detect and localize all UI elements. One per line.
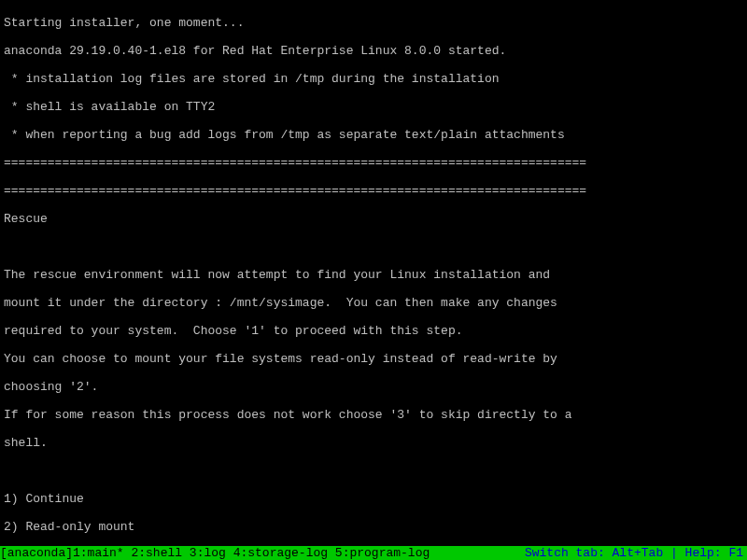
- rescue-text: If for some reason this process does not…: [4, 408, 743, 422]
- separator-line: ========================================…: [4, 156, 743, 170]
- rescue-text: shell.: [4, 436, 743, 450]
- terminal-output: Starting installer, one moment... anacon…: [0, 0, 747, 560]
- separator-line: ========================================…: [4, 184, 743, 198]
- menu-option-2[interactable]: 2) Read-only mount: [4, 520, 743, 534]
- rescue-text: choosing '2'.: [4, 380, 743, 394]
- status-tabs[interactable]: [anaconda]1:main* 2:shell 3:log 4:storag…: [0, 546, 430, 560]
- menu-option-1[interactable]: 1) Continue: [4, 492, 743, 506]
- boot-line: * when reporting a bug add logs from /tm…: [4, 128, 743, 142]
- rescue-text: You can choose to mount your file system…: [4, 352, 743, 366]
- rescue-text: required to your system. Choose '1' to p…: [4, 324, 743, 338]
- status-help: Switch tab: Alt+Tab | Help: F1: [525, 546, 747, 560]
- rescue-text: The rescue environment will now attempt …: [4, 268, 743, 282]
- boot-line: Starting installer, one moment...: [4, 16, 743, 30]
- boot-line: * shell is available on TTY2: [4, 100, 743, 114]
- rescue-text: mount it under the directory : /mnt/sysi…: [4, 296, 743, 310]
- status-bar: [anaconda]1:main* 2:shell 3:log 4:storag…: [0, 546, 747, 560]
- boot-line: * installation log files are stored in /…: [4, 72, 743, 86]
- blank-line: [4, 464, 743, 478]
- boot-line: anaconda 29.19.0.40-1.el8 for Red Hat En…: [4, 44, 743, 58]
- blank-line: [4, 240, 743, 254]
- section-title: Rescue: [4, 212, 743, 226]
